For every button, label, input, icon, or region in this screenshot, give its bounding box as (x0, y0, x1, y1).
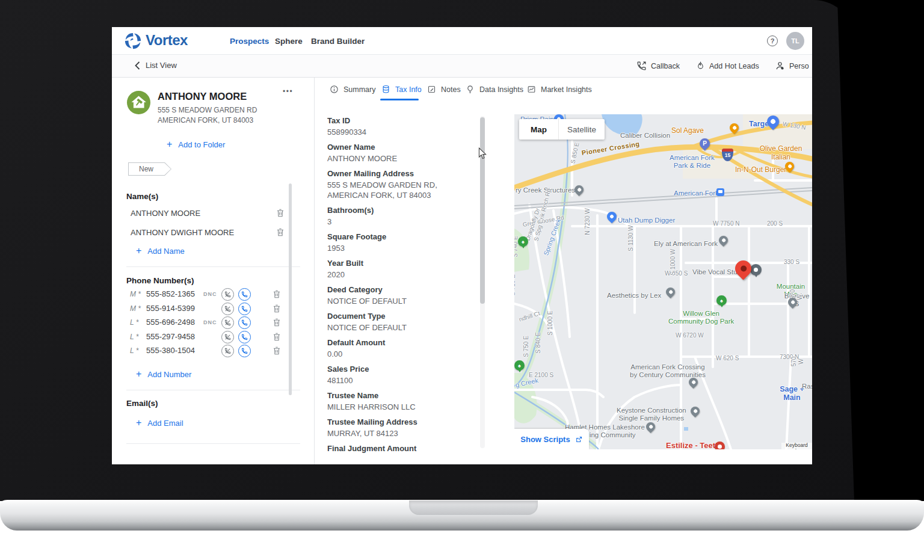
divider (126, 390, 300, 390)
pin-redcircle[interactable] (715, 442, 725, 449)
app-header: Vortex Prospects Sphere Brand Builder ? … (112, 27, 812, 55)
map-label: Keystone Construction Single Family Home… (617, 407, 686, 422)
left-panel-scrollbar[interactable] (289, 183, 292, 395)
personalize-label: Perso (789, 62, 809, 70)
add-email-button[interactable]: + Add Email (136, 418, 183, 428)
field-value: NOTICE OF DEFAULT (327, 296, 479, 306)
more-menu-icon[interactable]: ••• (283, 87, 293, 96)
pin-graycircle[interactable] (750, 264, 762, 275)
do-not-call-icon[interactable] (221, 316, 234, 329)
map-label: Ras (802, 383, 812, 390)
dnc-badge: DNC (203, 291, 217, 297)
field-value: NOTICE OF DEFAULT (327, 322, 479, 333)
add-name-label: Add Name (147, 247, 184, 256)
trash-icon[interactable] (276, 208, 285, 218)
pin-green[interactable] (716, 295, 727, 306)
status-badge[interactable]: New (128, 162, 171, 176)
user-avatar[interactable]: TL (786, 32, 804, 50)
do-not-call-icon[interactable] (221, 288, 234, 301)
map-label: S 1130 W (627, 226, 635, 251)
do-not-call-icon[interactable] (221, 331, 234, 343)
dnc-badge: DNC (203, 319, 217, 325)
add-hot-leads-button[interactable]: Add Hot Leads (696, 61, 759, 71)
phone-row: M * 555-914-5399 (112, 302, 315, 316)
back-label: List View (146, 61, 177, 70)
tax-field: Tax ID 558990334 (327, 116, 479, 137)
field-value: 0.00 (327, 349, 479, 359)
pin-parking[interactable] (697, 136, 712, 150)
tab-data-insights[interactable]: Data Insights (466, 85, 523, 94)
station-icon[interactable] (716, 188, 724, 196)
field-label: Deed Category (327, 285, 479, 295)
phone-type-flag: M * (130, 304, 141, 313)
field-value: 3 (327, 217, 479, 227)
show-scripts-button[interactable]: Show Scripts (514, 429, 589, 449)
phone-number: 555-696-2498 (146, 318, 195, 327)
phone-row: L * 555-380-1504 (112, 344, 315, 358)
phones-list: M * 555-852-1365 DNC (112, 288, 315, 358)
field-label: Final Judgment Amount (327, 444, 479, 454)
call-phone-icon[interactable] (238, 288, 251, 301)
trash-icon[interactable] (272, 318, 282, 327)
nav-sphere[interactable]: Sphere (275, 37, 303, 46)
tax-field: Owner Mailing Address 555 S MEADOW GARDE… (327, 169, 479, 200)
trash-icon[interactable] (276, 227, 285, 237)
satellite-view-button[interactable]: Satellite (559, 119, 605, 140)
call-phone-icon[interactable] (238, 331, 251, 343)
tax-field: Default Amount 0.00 (327, 338, 479, 359)
field-value: 1953 (327, 243, 479, 253)
personalize-button[interactable]: Perso (775, 61, 809, 71)
map-panel[interactable]: Prism PaintCaliber CollisionPioneer Cros… (514, 114, 812, 449)
toolbar: List View Callback Add Hot Leads Perso (112, 55, 812, 78)
callback-label: Callback (651, 62, 680, 70)
fields-scrollbar-thumb[interactable] (480, 117, 485, 304)
status-badge-label: New (129, 163, 171, 175)
show-scripts-label: Show Scripts (520, 435, 570, 444)
map-label: S 1000 E (547, 311, 554, 336)
phone-type-flag: M * (130, 290, 141, 298)
plus-icon: + (136, 369, 141, 379)
back-to-list-view[interactable]: List View (135, 61, 177, 70)
help-icon[interactable]: ? (767, 35, 778, 46)
tax-field: Trustee Mailing Address MURRAY, UT 84123 (327, 417, 479, 438)
add-number-label: Add Number (147, 370, 191, 379)
pin-green[interactable] (514, 360, 525, 371)
add-name-button[interactable]: + Add Name (136, 246, 185, 256)
add-number-button[interactable]: + Add Number (136, 369, 191, 379)
add-to-folder-button[interactable]: + Add to Folder (167, 140, 225, 149)
names-section-title: Name(s) (126, 192, 158, 201)
tax-field: Final Judgment Amount (327, 444, 479, 454)
pin-green[interactable] (518, 236, 528, 247)
callback-button[interactable]: Callback (636, 61, 680, 71)
field-value: 558990334 (327, 127, 479, 137)
call-phone-icon[interactable] (238, 303, 251, 315)
call-phone-icon[interactable] (238, 345, 251, 357)
tab-data-insights-label: Data Insights (479, 85, 523, 94)
phone-number: 555-297-9458 (146, 332, 195, 341)
lead-name: ANTHONY MOORE (158, 91, 247, 102)
external-link-icon (575, 435, 583, 443)
nav-prospects[interactable]: Prospects (230, 37, 269, 46)
do-not-call-icon[interactable] (221, 303, 234, 315)
tab-market-insights[interactable]: Market Insights (527, 85, 592, 94)
map-label: Willow Glen Community Dog Park (668, 310, 734, 325)
tab-notes[interactable]: Notes (427, 85, 461, 94)
tab-tax-info[interactable]: Tax Info (381, 85, 422, 94)
trash-icon[interactable] (272, 304, 282, 313)
phone-number: 555-914-5399 (146, 304, 195, 313)
tax-field: Sales Price 481100 (327, 365, 479, 386)
phones-section-title: Phone Number(s) (126, 276, 194, 285)
map-view-button[interactable]: Map (519, 119, 559, 140)
trash-icon[interactable] (272, 346, 282, 355)
add-hot-leads-label: Add Hot Leads (709, 62, 759, 70)
field-label: Owner Name (327, 143, 479, 152)
call-phone-icon[interactable] (238, 316, 251, 329)
add-email-label: Add Email (147, 419, 183, 428)
trash-icon[interactable] (272, 332, 282, 342)
app-screen: Vortex Prospects Sphere Brand Builder ? … (112, 27, 812, 464)
trash-icon[interactable] (272, 289, 282, 299)
map-label: American Fork (674, 189, 719, 197)
do-not-call-icon[interactable] (221, 345, 234, 357)
nav-brand-builder[interactable]: Brand Builder (311, 37, 365, 46)
tab-summary[interactable]: Summary (330, 85, 375, 94)
